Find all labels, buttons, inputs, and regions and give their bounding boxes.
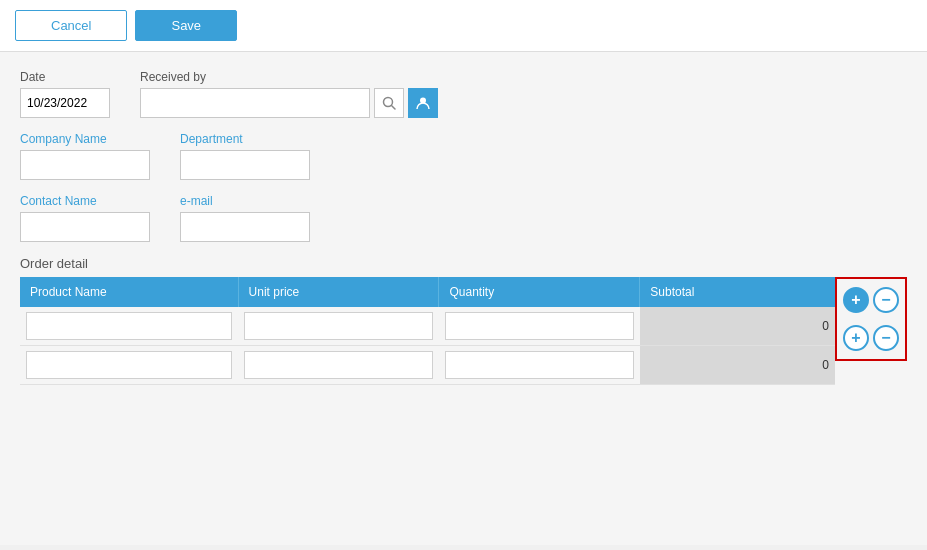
form-area: Date Received by (0, 52, 927, 545)
col-header-quantity: Quantity (439, 277, 640, 307)
row2-subtotal-cell: 0 (640, 346, 835, 385)
row1-add-button[interactable]: + (843, 287, 869, 313)
table-row: 0 (20, 307, 835, 346)
email-field-group: e-mail (180, 194, 310, 242)
search-button[interactable] (374, 88, 404, 118)
person-button[interactable] (408, 88, 438, 118)
company-dept-row: Company Name Department (20, 132, 907, 180)
table-header: Product Name Unit price Quantity Subtota… (20, 277, 835, 307)
row2-product-cell (20, 346, 238, 385)
row2-product-input[interactable] (26, 351, 232, 379)
contact-email-row: Contact Name e-mail (20, 194, 907, 242)
row1-quantity-input[interactable] (445, 312, 634, 340)
company-field-group: Company Name (20, 132, 150, 180)
date-input[interactable] (20, 88, 110, 118)
company-name-input[interactable] (20, 150, 150, 180)
row1-product-cell (20, 307, 238, 346)
row1-unit-price-cell (238, 307, 439, 346)
row1-actions: + − (839, 281, 903, 319)
row2-actions: + − (839, 319, 903, 357)
email-input[interactable] (180, 212, 310, 242)
col-header-unit-price: Unit price (238, 277, 439, 307)
department-input[interactable] (180, 150, 310, 180)
save-button[interactable]: Save (135, 10, 237, 41)
contact-field-group: Contact Name (20, 194, 150, 242)
actions-column: + − + − (835, 277, 907, 361)
row2-add-button[interactable]: + (843, 325, 869, 351)
order-table-wrapper: Product Name Unit price Quantity Subtota… (20, 277, 907, 385)
table-row: 0 (20, 346, 835, 385)
order-detail-section: Order detail Product Name Unit price Qua… (20, 256, 907, 385)
table-body: 0 0 (20, 307, 835, 385)
row1-remove-button[interactable]: − (873, 287, 899, 313)
row2-quantity-cell (439, 346, 640, 385)
row2-unit-price-cell (238, 346, 439, 385)
row2-quantity-input[interactable] (445, 351, 634, 379)
row1-unit-price-input[interactable] (244, 312, 433, 340)
received-by-row (140, 88, 438, 118)
received-by-input[interactable] (140, 88, 370, 118)
email-label: e-mail (180, 194, 310, 208)
company-name-label: Company Name (20, 132, 150, 146)
order-table: Product Name Unit price Quantity Subtota… (20, 277, 835, 385)
row1-product-input[interactable] (26, 312, 232, 340)
date-received-row: Date Received by (20, 70, 907, 118)
contact-name-label: Contact Name (20, 194, 150, 208)
order-detail-label: Order detail (20, 256, 907, 271)
department-field-group: Department (180, 132, 310, 180)
svg-line-1 (392, 106, 396, 110)
row2-remove-button[interactable]: − (873, 325, 899, 351)
cancel-button[interactable]: Cancel (15, 10, 127, 41)
row2-unit-price-input[interactable] (244, 351, 433, 379)
date-label: Date (20, 70, 110, 84)
row1-subtotal-cell: 0 (640, 307, 835, 346)
top-bar: Cancel Save (0, 0, 927, 52)
received-by-label: Received by (140, 70, 438, 84)
contact-name-input[interactable] (20, 212, 150, 242)
person-icon (415, 95, 431, 111)
search-icon (382, 96, 396, 110)
row1-quantity-cell (439, 307, 640, 346)
received-by-field-group: Received by (140, 70, 438, 118)
date-field-group: Date (20, 70, 110, 118)
col-header-subtotal: Subtotal (640, 277, 835, 307)
department-label: Department (180, 132, 310, 146)
col-header-product: Product Name (20, 277, 238, 307)
